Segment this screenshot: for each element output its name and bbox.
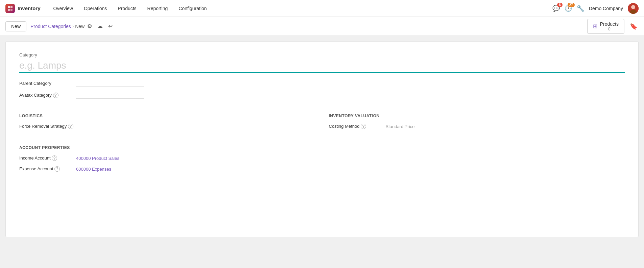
brand-icon <box>5 4 15 13</box>
nav-overview[interactable]: Overview <box>49 4 78 13</box>
svg-rect-0 <box>8 6 10 8</box>
nav-operations[interactable]: Operations <box>79 4 112 13</box>
nav-configuration[interactable]: Configuration <box>174 4 211 13</box>
costing-method-help-icon[interactable]: ? <box>361 124 366 129</box>
costing-method-label: Costing Method ? <box>329 124 383 129</box>
svg-rect-1 <box>10 6 13 8</box>
updates-button[interactable]: 🕐 27 <box>565 5 572 12</box>
category-label: Category <box>19 52 625 57</box>
products-btn-count: 0 <box>600 27 619 31</box>
expense-account-help-icon[interactable]: ? <box>54 166 60 172</box>
two-column-layout: LOGISTICS Force Removal Strategy ? ACCOU… <box>19 104 625 177</box>
inventory-valuation-section: INVENTORY VALUATION Costing Method ? Sta… <box>329 104 625 177</box>
income-account-value[interactable]: 400000 Product Sales <box>76 156 119 161</box>
inventory-valuation-line <box>385 116 625 116</box>
category-field-group: Category <box>19 52 625 73</box>
avatax-category-input[interactable] <box>76 92 144 99</box>
avatax-category-field: Avatax Category ? <box>19 92 625 99</box>
force-removal-help-icon[interactable]: ? <box>68 124 73 129</box>
new-button[interactable]: New <box>5 21 26 31</box>
svg-point-6 <box>630 10 637 14</box>
income-account-field: Income Account ? 400000 Product Sales <box>19 155 315 161</box>
logistics-line <box>48 116 315 116</box>
logistics-title: LOGISTICS <box>19 114 43 118</box>
top-navigation: Inventory Overview Operations Products R… <box>0 0 644 17</box>
nav-reporting[interactable]: Reporting <box>143 4 173 13</box>
grid-icon: ⊞ <box>593 23 597 29</box>
brand-label: Inventory <box>18 5 41 11</box>
avatax-help-icon[interactable]: ? <box>53 93 58 98</box>
income-account-help-icon[interactable]: ? <box>52 155 57 161</box>
products-btn-label: Products <box>600 21 619 27</box>
nav-products[interactable]: Products <box>113 4 141 13</box>
costing-method-value: Standard Price <box>386 124 415 129</box>
expense-account-label: Expense Account ? <box>19 166 73 172</box>
products-smart-button[interactable]: ⊞ Products 0 <box>587 19 624 34</box>
breadcrumb-bar: New Product Categories › New ⚙ ☁ ↩ ⊞ Pro… <box>0 17 644 36</box>
force-removal-label: Force Removal Strategy ? <box>19 124 73 129</box>
topnav-right: 💬 6 🕐 27 🔧 Demo Company <box>552 3 639 14</box>
settings-gear-button[interactable]: ⚙ <box>86 22 93 31</box>
bookmark-button[interactable]: 🔖 <box>628 21 639 31</box>
force-removal-field: Force Removal Strategy ? <box>19 124 315 129</box>
svg-rect-2 <box>8 9 10 11</box>
updates-badge: 27 <box>568 3 575 7</box>
costing-method-field: Costing Method ? Standard Price <box>329 124 625 129</box>
logistics-divider: LOGISTICS <box>19 114 315 118</box>
account-properties-divider: ACCOUNT PROPERTIES <box>19 145 315 150</box>
messages-badge: 6 <box>557 3 563 7</box>
logistics-section: LOGISTICS Force Removal Strategy ? ACCOU… <box>19 104 315 177</box>
breadcrumb-current: New <box>75 24 85 29</box>
parent-category-input[interactable] <box>76 80 144 87</box>
parent-category-label: Parent Category <box>19 81 73 86</box>
user-avatar[interactable] <box>628 3 639 14</box>
breadcrumb-parent[interactable]: Product Categories <box>30 24 71 29</box>
upload-button[interactable]: ☁ <box>96 22 104 31</box>
messages-button[interactable]: 💬 6 <box>552 5 560 12</box>
inventory-valuation-title: INVENTORY VALUATION <box>329 114 380 118</box>
parent-category-field: Parent Category <box>19 80 625 87</box>
svg-rect-3 <box>10 9 13 11</box>
company-name: Demo Company <box>589 6 623 11</box>
breadcrumb-separator: › <box>72 24 74 29</box>
income-account-label: Income Account ? <box>19 155 73 161</box>
expense-account-value[interactable]: 600000 Expenses <box>76 167 111 172</box>
expense-account-field: Expense Account ? 600000 Expenses <box>19 166 315 172</box>
breadcrumb: Product Categories › New ⚙ ☁ ↩ <box>30 22 583 31</box>
settings-icon[interactable]: 🔧 <box>577 5 584 12</box>
account-line <box>75 148 315 148</box>
brand-logo[interactable]: Inventory <box>5 4 41 13</box>
form-content: Category Parent Category Avatax Category… <box>5 41 639 237</box>
account-properties-title: ACCOUNT PROPERTIES <box>19 145 70 150</box>
breadcrumb-actions: ⚙ ☁ ↩ <box>86 22 114 31</box>
avatax-category-label: Avatax Category ? <box>19 93 73 98</box>
products-btn-content: Products 0 <box>600 21 619 31</box>
category-input[interactable] <box>19 59 625 73</box>
inventory-valuation-divider: INVENTORY VALUATION <box>329 114 625 118</box>
svg-point-5 <box>631 5 635 9</box>
top-menu: Overview Operations Products Reporting C… <box>49 4 552 13</box>
discard-button[interactable]: ↩ <box>107 22 114 31</box>
